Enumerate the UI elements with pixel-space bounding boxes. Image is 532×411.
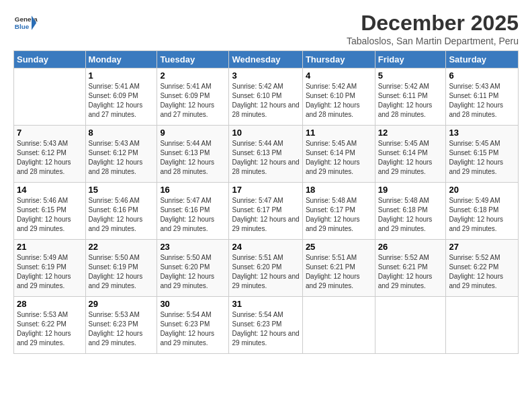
calendar-day-cell: 1 Sunrise: 5:41 AMSunset: 6:09 PMDayligh… [85,68,157,126]
day-number: 6 [449,71,515,81]
day-number: 13 [449,128,515,138]
day-info: Sunrise: 5:45 AMSunset: 6:14 PMDaylight:… [378,140,433,175]
calendar-day-cell: 13 Sunrise: 5:45 AMSunset: 6:15 PMDaylig… [446,126,519,183]
calendar-day-cell: 24 Sunrise: 5:51 AMSunset: 6:20 PMDaylig… [229,240,302,297]
day-number: 19 [378,185,443,195]
day-number: 10 [232,128,299,138]
calendar-day-cell [302,297,375,354]
day-number: 17 [232,185,299,195]
day-info: Sunrise: 5:44 AMSunset: 6:13 PMDaylight:… [160,140,214,175]
calendar-day-cell: 29 Sunrise: 5:53 AMSunset: 6:23 PMDaylig… [85,297,157,354]
day-info: Sunrise: 5:46 AMSunset: 6:16 PMDaylight:… [89,197,143,232]
day-info: Sunrise: 5:49 AMSunset: 6:19 PMDaylight:… [17,254,71,289]
day-info: Sunrise: 5:43 AMSunset: 6:11 PMDaylight:… [449,83,503,118]
header-saturday: Saturday [446,51,519,68]
calendar-day-cell: 30 Sunrise: 5:54 AMSunset: 6:23 PMDaylig… [157,297,229,354]
day-info: Sunrise: 5:51 AMSunset: 6:21 PMDaylight:… [306,254,360,289]
day-info: Sunrise: 5:49 AMSunset: 6:18 PMDaylight:… [449,197,503,232]
calendar-day-cell: 11 Sunrise: 5:45 AMSunset: 6:14 PMDaylig… [302,126,375,183]
svg-text:Blue: Blue [15,23,30,30]
day-info: Sunrise: 5:42 AMSunset: 6:10 PMDaylight:… [306,83,360,118]
day-info: Sunrise: 5:43 AMSunset: 6:12 PMDaylight:… [17,140,71,175]
day-number: 27 [449,242,515,252]
day-info: Sunrise: 5:41 AMSunset: 6:09 PMDaylight:… [160,83,214,118]
day-number: 26 [378,242,443,252]
calendar-week-row: 1 Sunrise: 5:41 AMSunset: 6:09 PMDayligh… [14,68,519,126]
day-info: Sunrise: 5:52 AMSunset: 6:21 PMDaylight:… [378,254,433,289]
day-info: Sunrise: 5:48 AMSunset: 6:17 PMDaylight:… [306,197,360,232]
calendar-day-cell: 4 Sunrise: 5:42 AMSunset: 6:10 PMDayligh… [302,68,375,126]
day-number: 4 [306,71,372,81]
header-monday: Monday [85,51,157,68]
day-number: 7 [17,128,83,138]
day-number: 12 [378,128,443,138]
calendar-day-cell: 5 Sunrise: 5:42 AMSunset: 6:11 PMDayligh… [375,68,446,126]
day-info: Sunrise: 5:47 AMSunset: 6:16 PMDaylight:… [160,197,214,232]
calendar-week-row: 21 Sunrise: 5:49 AMSunset: 6:19 PMDaylig… [14,240,519,297]
location-subtitle: Tabaloslos, San Martin Department, Peru [347,36,519,46]
day-number: 21 [17,242,83,252]
day-number: 24 [232,242,299,252]
calendar-day-cell: 2 Sunrise: 5:41 AMSunset: 6:09 PMDayligh… [157,68,229,126]
day-info: Sunrise: 5:53 AMSunset: 6:23 PMDaylight:… [89,311,143,347]
day-info: Sunrise: 5:51 AMSunset: 6:20 PMDaylight:… [232,254,299,289]
calendar-header-row: Sunday Monday Tuesday Wednesday Thursday… [14,51,519,68]
calendar-week-row: 7 Sunrise: 5:43 AMSunset: 6:12 PMDayligh… [14,126,519,183]
calendar-table: Sunday Monday Tuesday Wednesday Thursday… [13,50,519,354]
day-number: 20 [449,185,515,195]
calendar-day-cell [14,68,86,126]
calendar-day-cell: 21 Sunrise: 5:49 AMSunset: 6:19 PMDaylig… [14,240,86,297]
calendar-day-cell: 7 Sunrise: 5:43 AMSunset: 6:12 PMDayligh… [14,126,86,183]
calendar-day-cell [375,297,446,354]
day-number: 3 [232,71,299,81]
day-number: 31 [232,299,299,309]
day-number: 2 [160,71,226,81]
day-number: 11 [306,128,372,138]
calendar-day-cell: 20 Sunrise: 5:49 AMSunset: 6:18 PMDaylig… [446,183,519,240]
day-info: Sunrise: 5:42 AMSunset: 6:11 PMDaylight:… [378,83,433,118]
day-info: Sunrise: 5:44 AMSunset: 6:13 PMDaylight:… [232,140,299,175]
calendar-day-cell: 12 Sunrise: 5:45 AMSunset: 6:14 PMDaylig… [375,126,446,183]
header-sunday: Sunday [14,51,86,68]
calendar-day-cell: 31 Sunrise: 5:54 AMSunset: 6:23 PMDaylig… [229,297,302,354]
day-info: Sunrise: 5:54 AMSunset: 6:23 PMDaylight:… [232,311,299,347]
day-info: Sunrise: 5:45 AMSunset: 6:15 PMDaylight:… [449,140,503,175]
month-title: December 2025 [347,11,519,36]
calendar-day-cell: 15 Sunrise: 5:46 AMSunset: 6:16 PMDaylig… [85,183,157,240]
day-info: Sunrise: 5:46 AMSunset: 6:15 PMDaylight:… [17,197,71,232]
day-number: 23 [160,242,226,252]
calendar-day-cell: 27 Sunrise: 5:52 AMSunset: 6:22 PMDaylig… [446,240,519,297]
calendar-day-cell: 3 Sunrise: 5:42 AMSunset: 6:10 PMDayligh… [229,68,302,126]
day-info: Sunrise: 5:45 AMSunset: 6:14 PMDaylight:… [306,140,360,175]
day-number: 9 [160,128,226,138]
day-number: 14 [17,185,83,195]
calendar-day-cell [446,297,519,354]
day-info: Sunrise: 5:47 AMSunset: 6:17 PMDaylight:… [232,197,299,232]
calendar-day-cell: 22 Sunrise: 5:50 AMSunset: 6:19 PMDaylig… [85,240,157,297]
calendar-day-cell: 25 Sunrise: 5:51 AMSunset: 6:21 PMDaylig… [302,240,375,297]
header-thursday: Thursday [302,51,375,68]
calendar-day-cell: 18 Sunrise: 5:48 AMSunset: 6:17 PMDaylig… [302,183,375,240]
day-info: Sunrise: 5:50 AMSunset: 6:19 PMDaylight:… [89,254,143,289]
header-friday: Friday [375,51,446,68]
day-info: Sunrise: 5:52 AMSunset: 6:22 PMDaylight:… [449,254,503,289]
day-info: Sunrise: 5:48 AMSunset: 6:18 PMDaylight:… [378,197,433,232]
header-tuesday: Tuesday [157,51,229,68]
day-number: 8 [89,128,154,138]
day-number: 25 [306,242,372,252]
header-wednesday: Wednesday [229,51,302,68]
calendar-day-cell: 17 Sunrise: 5:47 AMSunset: 6:17 PMDaylig… [229,183,302,240]
calendar-day-cell: 26 Sunrise: 5:52 AMSunset: 6:21 PMDaylig… [375,240,446,297]
calendar-day-cell: 9 Sunrise: 5:44 AMSunset: 6:13 PMDayligh… [157,126,229,183]
calendar-week-row: 28 Sunrise: 5:53 AMSunset: 6:22 PMDaylig… [14,297,519,354]
day-info: Sunrise: 5:41 AMSunset: 6:09 PMDaylight:… [89,83,143,118]
day-info: Sunrise: 5:53 AMSunset: 6:22 PMDaylight:… [17,311,71,347]
calendar-day-cell: 28 Sunrise: 5:53 AMSunset: 6:22 PMDaylig… [14,297,86,354]
calendar-day-cell: 8 Sunrise: 5:43 AMSunset: 6:12 PMDayligh… [85,126,157,183]
day-info: Sunrise: 5:50 AMSunset: 6:20 PMDaylight:… [160,254,214,289]
day-number: 15 [89,185,154,195]
calendar-day-cell: 23 Sunrise: 5:50 AMSunset: 6:20 PMDaylig… [157,240,229,297]
day-number: 18 [306,185,372,195]
calendar-day-cell: 14 Sunrise: 5:46 AMSunset: 6:15 PMDaylig… [14,183,86,240]
logo: General Blue [13,11,40,35]
